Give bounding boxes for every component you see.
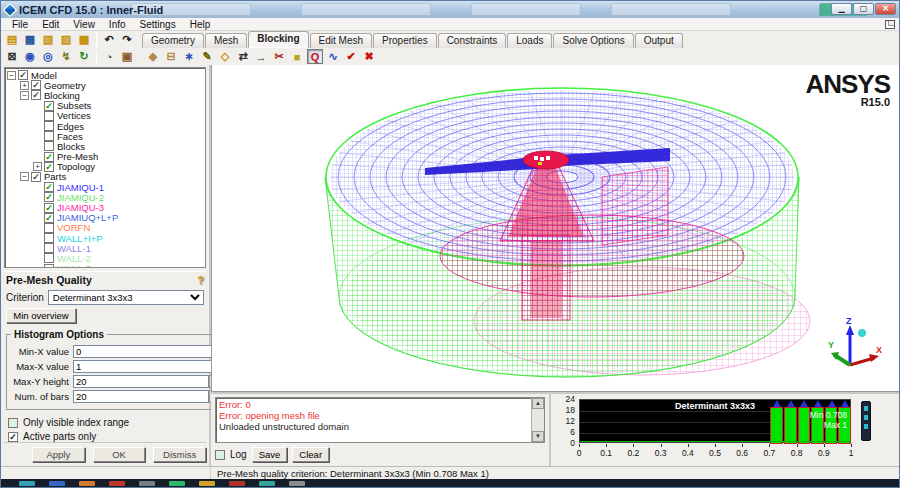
zoom-select-icon[interactable]: ◎ bbox=[40, 49, 56, 64]
tree-checkbox[interactable]: ✓ bbox=[44, 213, 54, 223]
check-blocks-icon[interactable]: ✔ bbox=[343, 49, 359, 64]
tab-output[interactable]: Output bbox=[635, 33, 683, 48]
scroll-down-button[interactable]: ▼ bbox=[532, 431, 544, 442]
scroll-up-button[interactable]: ▲ bbox=[532, 398, 544, 409]
tree-checkbox[interactable] bbox=[44, 233, 54, 243]
tree-checkbox[interactable]: ✓ bbox=[31, 172, 41, 182]
tree-item-subsets[interactable]: ✓Subsets bbox=[7, 101, 205, 111]
tree-item-wall-1[interactable]: WALL-1 bbox=[7, 243, 205, 253]
tree-item-jiamiuq-l-p[interactable]: ✓JIAMIUQ+L+P bbox=[7, 213, 205, 223]
tree-expander[interactable]: − bbox=[20, 91, 29, 100]
tree-expander[interactable]: + bbox=[20, 81, 29, 90]
tree-expander[interactable]: − bbox=[7, 71, 16, 80]
tree-item-wall-i-p[interactable]: WALL+I+P bbox=[7, 233, 205, 243]
apply-button[interactable]: Apply bbox=[32, 447, 85, 462]
tree-item-blocks[interactable]: Blocks bbox=[7, 141, 205, 151]
tree-checkbox[interactable]: ✓ bbox=[44, 101, 54, 111]
tab-constraints[interactable]: Constraints bbox=[438, 33, 507, 48]
redo-icon[interactable]: ↷ bbox=[119, 32, 135, 47]
tree-checkbox[interactable] bbox=[44, 253, 54, 263]
tree-item-wall-2[interactable]: WALL-2 bbox=[7, 253, 205, 263]
taskbar-app-icon[interactable] bbox=[19, 481, 35, 486]
edit-edge-icon[interactable]: ✎ bbox=[199, 49, 215, 64]
taskbar-app-icon[interactable] bbox=[109, 481, 125, 486]
taskbar-app-icon[interactable] bbox=[259, 481, 275, 486]
title-bar[interactable]: ICEM CFD 15.0 : Inner-Fluid ▁ ▢ ✕ bbox=[1, 1, 899, 18]
reset-view-icon[interactable]: ↻ bbox=[76, 49, 92, 64]
menu-view[interactable]: View bbox=[66, 19, 102, 30]
tab-solve-options[interactable]: Solve Options bbox=[553, 33, 633, 48]
fit-window-icon[interactable]: ⊠ bbox=[4, 49, 20, 64]
tab-edit-mesh[interactable]: Edit Mesh bbox=[310, 33, 372, 48]
menu-info[interactable]: Info bbox=[102, 19, 133, 30]
tree-checkbox[interactable]: ✓ bbox=[44, 162, 54, 172]
save-project-as-icon[interactable]: ▧ bbox=[40, 32, 56, 47]
tree-item-jiamiqu-3[interactable]: ✓JIAMIQU-3 bbox=[7, 202, 205, 212]
smooth-premesh-icon[interactable]: ∿ bbox=[325, 49, 341, 64]
tree-item-edges[interactable]: Edges bbox=[7, 121, 205, 131]
max-x-value-input[interactable] bbox=[73, 360, 220, 373]
display-box-icon[interactable]: ▣ bbox=[119, 49, 135, 64]
close-button[interactable]: ✕ bbox=[875, 3, 896, 15]
tree-checkbox[interactable]: ✓ bbox=[31, 90, 41, 100]
viewport-3d[interactable]: ANSYS R15.0 bbox=[211, 65, 900, 392]
zoom-window-icon[interactable]: ◉ bbox=[22, 49, 38, 64]
tree-checkbox[interactable]: ✓ bbox=[44, 203, 54, 213]
quality-histogram[interactable]: Determinant 3x3x3Min 0.708Max 1 bbox=[579, 399, 851, 443]
active-parts-only-checkbox[interactable]: ✓ bbox=[8, 432, 18, 442]
tree-checkbox[interactable] bbox=[44, 223, 54, 233]
only-visible-index-range-checkbox[interactable] bbox=[8, 418, 18, 428]
tree-item-jiamiqu-2[interactable]: ✓JIAMIQU-2 bbox=[7, 192, 205, 202]
tree-checkbox[interactable] bbox=[44, 111, 54, 121]
tree-checkbox[interactable]: ✓ bbox=[44, 192, 54, 202]
open-project-icon[interactable]: ▤ bbox=[4, 32, 20, 47]
message-scrollbar[interactable]: ▲ ▼ bbox=[531, 398, 544, 442]
save-button[interactable]: Save bbox=[252, 447, 288, 462]
split-block-icon[interactable]: ⊟ bbox=[163, 49, 179, 64]
menu-help[interactable]: Help bbox=[183, 19, 218, 30]
message-log[interactable]: ▲ ▼ Error: 0Error: opening mesh fileUnlo… bbox=[215, 397, 545, 443]
tree-item-pre-mesh[interactable]: ✓Pre-Mesh bbox=[7, 152, 205, 162]
taskbar-app-icon[interactable] bbox=[289, 481, 305, 486]
tree-item-faces[interactable]: Faces bbox=[7, 131, 205, 141]
tab-properties[interactable]: Properties bbox=[373, 33, 437, 48]
menu-settings[interactable]: Settings bbox=[133, 19, 183, 30]
move-vertex-icon[interactable]: ⇄ bbox=[235, 49, 251, 64]
tab-mesh[interactable]: Mesh bbox=[205, 33, 247, 48]
tree-checkbox[interactable]: ✓ bbox=[31, 80, 41, 90]
min-overview-button[interactable]: Min overview bbox=[6, 308, 76, 323]
windows-taskbar[interactable] bbox=[1, 479, 899, 487]
tab-geometry[interactable]: Geometry bbox=[142, 33, 204, 48]
tree-checkbox[interactable] bbox=[44, 121, 54, 131]
tree-expander[interactable]: − bbox=[20, 172, 29, 181]
taskbar-app-icon[interactable] bbox=[229, 481, 245, 486]
dismiss-button[interactable]: Dismiss bbox=[153, 447, 206, 462]
transform-blocks-icon[interactable]: → bbox=[253, 49, 269, 64]
tree-checkbox[interactable] bbox=[44, 131, 54, 141]
model-tree[interactable]: −✓Model+✓Geometry−✓Blocking✓SubsetsVerti… bbox=[4, 67, 206, 268]
tree-item-geometry[interactable]: +✓Geometry bbox=[7, 80, 205, 90]
tree-item-topology[interactable]: +✓Topology bbox=[7, 162, 205, 172]
maximize-button[interactable]: ▢ bbox=[853, 3, 874, 15]
menu-file[interactable]: File bbox=[5, 19, 35, 30]
pre-mesh-quality-icon[interactable]: Q bbox=[307, 49, 323, 64]
mdi-restore-icon[interactable] bbox=[885, 20, 895, 29]
undo-icon[interactable]: ↶ bbox=[101, 32, 117, 47]
taskbar-app-icon[interactable] bbox=[79, 481, 95, 486]
measure-icon[interactable]: ↯ bbox=[58, 49, 74, 64]
tree-checkbox[interactable] bbox=[44, 141, 54, 151]
view-globe-icon[interactable]: ◔ bbox=[101, 49, 117, 64]
archive-project-icon[interactable]: ▩ bbox=[76, 32, 92, 47]
minimize-button[interactable]: ▁ bbox=[831, 3, 852, 15]
tree-item-vorfn[interactable]: VORFN bbox=[7, 223, 205, 233]
tree-checkbox[interactable] bbox=[44, 243, 54, 253]
tab-loads[interactable]: Loads bbox=[507, 33, 552, 48]
edit-block-icon[interactable]: ✂ bbox=[271, 49, 287, 64]
save-project-icon[interactable]: ▦ bbox=[22, 32, 38, 47]
help-icon[interactable]: ? bbox=[197, 274, 204, 286]
tree-item-parts[interactable]: −✓Parts bbox=[7, 172, 205, 182]
ok-button[interactable]: OK bbox=[93, 447, 146, 462]
tree-expander[interactable]: + bbox=[33, 162, 42, 171]
tree-item-blocking[interactable]: −✓Blocking bbox=[7, 90, 205, 100]
merge-vertices-icon[interactable]: ∗ bbox=[181, 49, 197, 64]
